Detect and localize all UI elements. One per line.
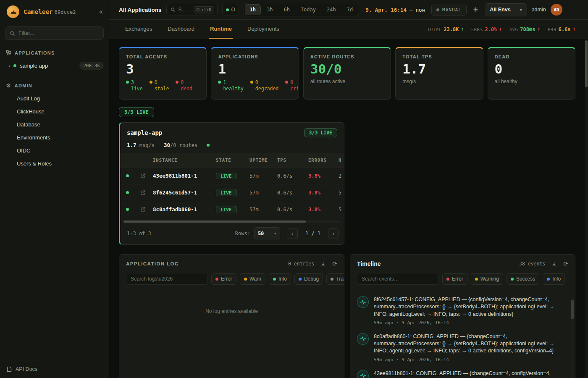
filter-input[interactable] <box>18 30 99 36</box>
scrollbar-thumb[interactable] <box>585 40 588 87</box>
time-range-selector: 1h 3h 6h Today 24h 7d <box>244 3 360 16</box>
log-entry-count: 0 entries <box>288 261 314 267</box>
sidebar-filter[interactable] <box>5 26 104 40</box>
environment-select[interactable]: All Envs ▾ <box>485 3 527 16</box>
card-active-routes: ACTIVE ROUTES 30/0 all routes active <box>303 47 391 100</box>
tab-exchanges[interactable]: Exchanges <box>124 20 153 39</box>
online-indicator[interactable]: O <box>222 4 239 16</box>
state-badge: LIVE <box>216 206 236 213</box>
external-link-icon[interactable] <box>134 173 151 178</box>
applications-section-label: APPLICATIONS <box>15 50 55 55</box>
applications-section-header: APPLICATIONS <box>0 46 109 59</box>
brand: Cameleer69dcce2 <box>24 8 76 15</box>
search-icon <box>171 7 176 12</box>
arrow-up-icon: ↑ <box>499 26 502 32</box>
refresh-icon[interactable]: ⟳ <box>563 260 568 267</box>
refresh-mode-button[interactable]: MANUAL <box>431 4 467 16</box>
external-link-icon[interactable] <box>134 190 151 195</box>
page-scrollbar[interactable] <box>585 39 588 378</box>
time-separator: – <box>410 7 413 13</box>
search-placeholder-text: S... <box>178 7 186 13</box>
refresh-icon[interactable]: ⟳ <box>332 260 337 267</box>
external-link-icon[interactable] <box>134 207 151 212</box>
expand-chevron-icon[interactable]: › <box>8 63 10 69</box>
manual-label: MANUAL <box>442 7 462 13</box>
sidebar-item-audit-log[interactable]: Audit Log <box>0 92 109 105</box>
timeline-filter-warning[interactable]: Warning <box>471 273 503 285</box>
page-indicator: 1 / 1 <box>305 231 320 236</box>
time-window-display[interactable]: 9. Apr. 16:14 – now <box>364 7 427 13</box>
timeline-event[interactable]: 8c0affadb860-1: CONFIG_APPLIED — {change… <box>357 329 566 366</box>
timeline-filter-success[interactable]: Success <box>507 273 539 285</box>
sidebar-item-sample-app[interactable]: › sample app 208.3k <box>0 59 109 73</box>
log-filter-trace[interactable]: Trace <box>326 273 344 285</box>
event-text: 43ee9811b801-1: CONFIG_APPLIED — {change… <box>374 370 551 377</box>
range-button-today[interactable]: Today <box>296 4 321 15</box>
applications-icon <box>6 50 11 55</box>
brand-logo-icon <box>7 5 19 18</box>
global-search[interactable]: S... Ctrl+K <box>166 4 218 16</box>
prev-page-button[interactable]: ‹ <box>287 228 298 239</box>
timeline-event[interactable]: 8f6245c61d57-1: CONFIG_APPLIED — {config… <box>357 292 566 329</box>
rows-per-page-select[interactable]: 50 ▾ <box>254 227 280 239</box>
timeline-filter-error[interactable]: Error <box>442 273 467 285</box>
sub-live: 3live <box>126 79 143 92</box>
log-search-input[interactable] <box>126 273 208 285</box>
sidebar-item-oidc[interactable]: OIDC <box>0 144 109 157</box>
page-title: All Applications <box>119 7 162 13</box>
avatar[interactable]: AD <box>551 4 562 16</box>
app-health-dot <box>207 144 210 147</box>
download-icon[interactable] <box>320 261 326 267</box>
arrow-up-icon: ↑ <box>537 26 540 32</box>
table-row[interactable]: 8f6245c61d57-1 LIVE 57m 0.6/s 3.8% 5 <box>120 184 344 201</box>
search-icon <box>10 31 15 36</box>
metric-total: TOTAL 23.8K ↑ <box>427 26 464 32</box>
sidebar-collapse-button[interactable]: « <box>99 8 103 15</box>
log-filter-debug[interactable]: Debug <box>294 273 323 285</box>
table-footer: 1-3 of 3 Rows: 50 ▾ ‹ 1 / 1 › <box>120 223 344 244</box>
log-empty-state: No log entries available <box>119 290 344 314</box>
next-page-button[interactable]: › <box>328 228 339 239</box>
card-total-agents: TOTAL AGENTS 3 3live 0stale 0dead <box>119 47 207 100</box>
timeline-scrollbar[interactable] <box>571 297 574 378</box>
manual-dot <box>436 8 439 11</box>
event-time: 59m ago · 9 Apr 2026, 16:14 <box>374 357 566 362</box>
timeline-search-input[interactable] <box>357 273 439 285</box>
sidebar-item-environments[interactable]: Environments <box>0 131 109 144</box>
range-button-24h[interactable]: 24h <box>322 4 341 15</box>
metric-avg: AVG 708ms ↑ <box>509 26 540 32</box>
timeline-filter-info[interactable]: Info <box>543 273 565 285</box>
log-filter-warn[interactable]: Warn <box>240 273 265 285</box>
sidebar-item-clickhouse[interactable]: ClickHouse <box>0 105 109 118</box>
timeline-panel: Timeline 38 events ⟳ Error Warning <box>350 254 575 378</box>
log-filter-error[interactable]: Error <box>211 273 236 285</box>
timeline-event[interactable]: 43ee9811b801-1: CONFIG_APPLIED — {change… <box>357 366 566 378</box>
log-filter-info[interactable]: Info <box>269 273 291 285</box>
event-text: 8c0affadb860-1: CONFIG_APPLIED — {change… <box>374 333 566 355</box>
sidebar-item-database[interactable]: Database <box>0 118 109 131</box>
tab-dashboard[interactable]: Dashboard <box>167 20 195 39</box>
range-button-7d[interactable]: 7d <box>342 4 358 15</box>
scrollbar-thumb[interactable] <box>123 220 306 223</box>
app-name: sample-app <box>127 129 162 136</box>
admin-section-label: ADMIN <box>15 83 32 88</box>
activity-icon <box>357 296 369 308</box>
theme-toggle-button[interactable]: ☀ <box>471 4 480 15</box>
table-row[interactable]: 8c0affadb860-1 LIVE 57m 0.6/s 3.8% 5 <box>120 201 344 218</box>
activity-icon <box>357 333 369 345</box>
range-button-3h[interactable]: 3h <box>262 4 278 15</box>
range-button-6h[interactable]: 6h <box>278 4 294 15</box>
table-row[interactable]: 43ee9811b801-1 LIVE 57m 0.6/s 3.8% 2 <box>120 167 344 184</box>
sun-icon: ☀ <box>473 6 478 13</box>
tab-deployments[interactable]: Deployments <box>247 20 280 39</box>
tab-runtime[interactable]: Runtime <box>209 20 233 39</box>
chevron-down-icon: ▾ <box>520 8 522 12</box>
horizontal-scrollbar[interactable] <box>123 220 341 223</box>
range-button-1h[interactable]: 1h <box>245 4 261 15</box>
application-card-sample-app: sample-app 3/3 LIVE 1.7 msg/s 30/0 route… <box>119 122 344 245</box>
scrollbar-thumb[interactable] <box>571 300 574 319</box>
download-icon[interactable] <box>551 261 557 267</box>
api-docs-link[interactable]: API Docs <box>0 360 109 378</box>
application-log-panel: APPLICATION LOG 0 entries ⟳ Error Warn <box>119 254 344 378</box>
sidebar-item-users-roles[interactable]: Users & Roles <box>0 157 109 170</box>
